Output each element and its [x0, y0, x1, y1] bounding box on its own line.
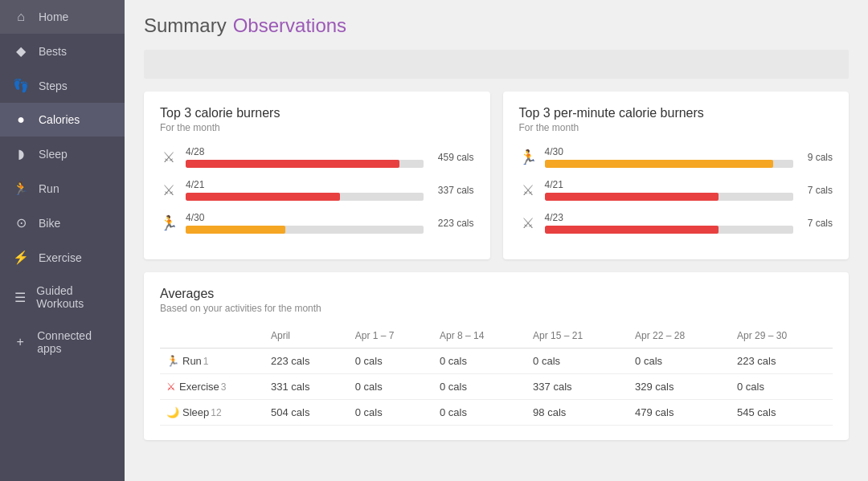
bar-row: ⚔4/21337 cals [160, 179, 474, 201]
col-header-2: Apr 1 – 7 [349, 325, 433, 349]
bar-track [545, 160, 793, 168]
filter-bar[interactable] [144, 50, 849, 79]
activity-count: 1 [203, 356, 209, 367]
sidebar-item-sleep[interactable]: ◗Sleep [0, 137, 125, 171]
cards-row: Top 3 calorie burners For the month ⚔4/2… [144, 92, 849, 259]
col-header-0 [160, 325, 264, 349]
value-cell-3: 0 cals [526, 349, 628, 374]
value-cell-1: 0 cals [349, 374, 433, 400]
sidebar-label-home: Home [39, 10, 68, 23]
sidebar-item-guided-workouts[interactable]: ☰Guided Workouts [0, 275, 125, 320]
table-row: 🌙Sleep12504 cals0 cals0 cals98 cals479 c… [160, 400, 833, 426]
sidebar-label-steps: Steps [39, 79, 68, 92]
calories-icon: ● [13, 112, 29, 127]
bar-label: 7 cals [808, 218, 833, 229]
sidebar-label-bike: Bike [39, 217, 60, 230]
activity-name: Exercise [179, 381, 219, 393]
col-header-4: Apr 15 – 21 [526, 325, 628, 349]
bar-track [186, 193, 424, 201]
top-calorie-burners-card: Top 3 calorie burners For the month ⚔4/2… [144, 92, 490, 259]
bar-date: 4/21 [545, 179, 793, 190]
value-cell-0: 504 cals [264, 400, 349, 426]
sidebar: ⌂Home◆Bests👣Steps●Calories◗Sleep🏃Run⊙Bik… [0, 0, 125, 481]
bests-icon: ◆ [13, 43, 29, 59]
averages-header: AprilApr 1 – 7Apr 8 – 14Apr 15 – 21Apr 2… [160, 325, 833, 349]
value-cell-1: 0 cals [349, 349, 433, 374]
bar-label: 9 cals [808, 152, 833, 163]
steps-icon: 👣 [13, 78, 29, 93]
sidebar-item-calories[interactable]: ●Calories [0, 103, 125, 137]
value-cell-3: 337 cals [526, 374, 628, 400]
bar-label: 223 cals [438, 218, 474, 229]
bar-row: 🏃4/309 cals [519, 146, 833, 168]
bar-track [186, 160, 424, 168]
summary-tab[interactable]: Summary [144, 14, 227, 37]
value-cell-5: 223 cals [731, 349, 833, 374]
table-row: 🏃Run1223 cals0 cals0 cals0 cals0 cals223… [160, 349, 833, 374]
col-header-5: Apr 22 – 28 [628, 325, 731, 349]
observations-tab[interactable]: Observations [233, 14, 346, 37]
bar-fill [186, 193, 340, 201]
value-cell-2: 0 cals [433, 374, 526, 400]
sidebar-label-guided-workouts: Guided Workouts [36, 284, 112, 310]
value-cell-4: 329 cals [628, 374, 731, 400]
sidebar-item-bike[interactable]: ⊙Bike [0, 206, 125, 240]
connected-apps-icon: + [13, 335, 27, 349]
activity-icon: ⚔ [166, 381, 176, 393]
sidebar-item-steps[interactable]: 👣Steps [0, 68, 125, 103]
main-content: Summary Observations Top 3 calorie burne… [125, 0, 868, 481]
bar-track [545, 193, 793, 201]
sidebar-label-calories: Calories [39, 113, 80, 126]
bar-fill [186, 226, 285, 234]
bar-fill [545, 193, 719, 201]
run-icon: 🏃 [13, 181, 29, 196]
averages-subtitle: Based on your activities for the month [160, 303, 833, 314]
bar-content: 4/28 [186, 146, 424, 168]
calorie-burners-title: Top 3 calorie burners [160, 106, 474, 120]
bar-fill [186, 160, 399, 168]
activity-count: 12 [211, 407, 221, 418]
sidebar-label-exercise: Exercise [39, 251, 82, 264]
bar-content: 4/21 [545, 179, 793, 201]
value-cell-4: 0 cals [628, 349, 731, 374]
page-header: Summary Observations [144, 14, 849, 37]
bar-activity-icon: ⚔ [519, 181, 537, 199]
per-minute-bars: 🏃4/309 cals⚔4/217 cals⚔4/237 cals [519, 146, 833, 234]
col-header-3: Apr 8 – 14 [433, 325, 526, 349]
sleep-icon: ◗ [13, 146, 29, 161]
value-cell-0: 223 cals [264, 349, 349, 374]
bar-label: 7 cals [808, 185, 833, 196]
per-minute-burners-card: Top 3 per-minute calorie burners For the… [503, 92, 850, 259]
value-cell-3: 98 cals [526, 400, 628, 426]
bar-date: 4/30 [545, 146, 793, 157]
bar-content: 4/23 [545, 212, 793, 234]
sidebar-item-run[interactable]: 🏃Run [0, 171, 125, 206]
bar-date: 4/28 [186, 146, 424, 157]
sidebar-item-bests[interactable]: ◆Bests [0, 34, 125, 68]
bar-fill [545, 226, 719, 234]
col-header-1: April [264, 325, 349, 349]
table-row: ⚔Exercise3331 cals0 cals0 cals337 cals32… [160, 374, 833, 400]
bar-activity-icon: ⚔ [160, 149, 178, 166]
bar-date: 4/30 [186, 212, 424, 223]
sidebar-item-home[interactable]: ⌂Home [0, 0, 125, 34]
bar-date: 4/21 [186, 179, 424, 190]
per-minute-title: Top 3 per-minute calorie burners [519, 106, 833, 120]
col-header-6: Apr 29 – 30 [731, 325, 833, 349]
sidebar-item-exercise[interactable]: ⚡Exercise [0, 240, 125, 275]
activity-name: Sleep [182, 406, 209, 418]
calorie-bars: ⚔4/28459 cals⚔4/21337 cals🏃4/30223 cals [160, 146, 474, 234]
bar-row: ⚔4/28459 cals [160, 146, 474, 168]
activity-cell: 🌙Sleep12 [160, 400, 264, 426]
bar-content: 4/30 [545, 146, 793, 168]
bike-icon: ⊙ [13, 215, 29, 230]
value-cell-4: 479 cals [628, 400, 731, 426]
sidebar-item-connected-apps[interactable]: +Connected apps [0, 320, 125, 365]
bar-activity-icon: ⚔ [519, 214, 537, 232]
bar-label: 459 cals [438, 152, 474, 163]
bar-track [545, 226, 793, 234]
value-cell-5: 545 cals [731, 400, 833, 426]
averages-body: 🏃Run1223 cals0 cals0 cals0 cals0 cals223… [160, 349, 833, 426]
activity-cell: ⚔Exercise3 [160, 374, 264, 400]
bar-date: 4/23 [545, 212, 793, 223]
